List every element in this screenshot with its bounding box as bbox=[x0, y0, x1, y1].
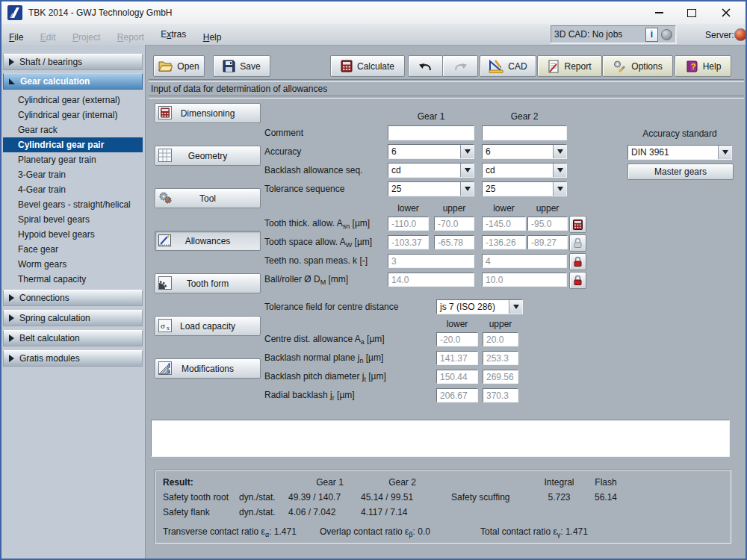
nav-dimensioning-button[interactable]: Dimensioning bbox=[155, 103, 261, 123]
comment-gear1-input[interactable] bbox=[388, 125, 474, 140]
open-folder-icon bbox=[158, 60, 173, 72]
nav-geometry-button[interactable]: Geometry bbox=[155, 146, 261, 166]
chevron-down-icon[interactable] bbox=[718, 146, 731, 159]
cad-button[interactable]: CAD bbox=[480, 55, 536, 77]
backlash-normal-upper-field[interactable] bbox=[483, 351, 518, 365]
tooth-thick-g1-upper-field[interactable] bbox=[434, 217, 474, 231]
safety-tooth-root-label: Safety tooth root bbox=[163, 492, 229, 503]
sidebar-item-gear-rack[interactable]: Gear rack bbox=[3, 122, 143, 137]
sidebar-item-worm-gears[interactable]: Worm gears bbox=[3, 257, 143, 272]
tooth-thick-g1-lower-field[interactable] bbox=[388, 217, 429, 231]
maximize-icon bbox=[687, 9, 696, 17]
tooth-thick-g2-lower-field[interactable] bbox=[482, 217, 526, 231]
gear2-lower-header: lower bbox=[482, 203, 526, 214]
safety-scuffing-integral: 5.723 bbox=[539, 492, 580, 503]
tooth-thick-calculator-button[interactable] bbox=[569, 216, 586, 233]
tolerance-field-label: Tolerance field for centre distance bbox=[264, 302, 398, 312]
chevron-down-icon[interactable] bbox=[460, 145, 474, 158]
options-button[interactable]: Options bbox=[602, 55, 673, 77]
sidebar-item-4-gear-train[interactable]: 4-Gear train bbox=[3, 182, 143, 197]
sidebar-section-connections[interactable]: Connections bbox=[3, 290, 143, 306]
menu-extras[interactable]: Extras bbox=[154, 24, 193, 45]
sidebar-item-bevel-gears[interactable]: Bevel gears - straight/helical bbox=[3, 197, 143, 212]
tooth-space-lock-button[interactable] bbox=[569, 234, 586, 252]
backlash-seq-gear2-dropdown[interactable]: cd bbox=[482, 163, 567, 178]
ball-roller-g2-field[interactable] bbox=[482, 273, 567, 287]
sidebar-item-spiral-bevel-gears[interactable]: Spiral bevel gears bbox=[3, 212, 143, 227]
sidebar-item-cylindrical-gear-internal[interactable]: Cylindrical gear (internal) bbox=[3, 108, 143, 122]
teeth-span-lock-button[interactable] bbox=[569, 253, 586, 270]
nav-allowances-button[interactable]: Allowances bbox=[155, 231, 261, 251]
nav-load-capacity-button[interactable]: σx Load capacity bbox=[155, 316, 261, 336]
teeth-span-label: Teeth no. span meas. k [-] bbox=[264, 255, 368, 267]
chevron-down-icon[interactable] bbox=[553, 182, 566, 196]
radial-backlash-upper-field[interactable] bbox=[483, 388, 518, 402]
teeth-span-g2-field[interactable] bbox=[482, 254, 567, 268]
tooth-space-g1-lower-field[interactable] bbox=[388, 235, 429, 249]
master-gears-button[interactable]: Master gears bbox=[627, 164, 734, 180]
sidebar-item-planetary-gear-train[interactable]: Planetary gear train bbox=[3, 152, 143, 167]
backlash-seq-gear1-dropdown[interactable]: cd bbox=[388, 163, 474, 178]
backlash-normal-label: Backlash normal plane jn [µm] bbox=[264, 352, 383, 364]
tolerance-field-dropdown[interactable]: js 7 (ISO 286) bbox=[436, 299, 523, 314]
cad-status-text: 3D CAD: No jobs bbox=[554, 29, 645, 40]
sidebar-item-cylindrical-gear-external[interactable]: Cylindrical gear (external) bbox=[3, 93, 143, 108]
centre-dist-lower-field[interactable] bbox=[436, 332, 478, 346]
open-button[interactable]: Open bbox=[153, 55, 205, 77]
accuracy-standard-dropdown[interactable]: DIN 3961 bbox=[627, 145, 732, 160]
backlash-normal-lower-field[interactable] bbox=[436, 351, 478, 365]
tolerance-seq-gear1-dropdown[interactable]: 25 bbox=[388, 181, 474, 196]
accuracy-gear1-dropdown[interactable]: 6 bbox=[388, 144, 474, 159]
safety-flank-mode: dyn./stat. bbox=[239, 507, 276, 517]
backlash-pitch-upper-field[interactable] bbox=[483, 370, 518, 384]
save-button[interactable]: Save bbox=[213, 55, 270, 77]
tooth-space-g1-upper-field[interactable] bbox=[434, 235, 474, 249]
info-button[interactable]: i bbox=[645, 28, 658, 42]
redo-button[interactable] bbox=[442, 55, 478, 77]
notes-textarea[interactable] bbox=[151, 420, 730, 457]
report-button[interactable]: Report bbox=[537, 55, 602, 77]
radial-backlash-label: Radial backlash jr [µm] bbox=[264, 390, 355, 402]
sidebar-item-3-gear-train[interactable]: 3-Gear train bbox=[3, 167, 143, 182]
sidebar-section-gratis-modules[interactable]: Gratis modules bbox=[3, 350, 143, 367]
allowances-icon bbox=[158, 234, 172, 247]
calculate-button[interactable]: Calculate bbox=[330, 55, 405, 77]
menu-help[interactable]: Help bbox=[196, 27, 229, 48]
toolbar-separator bbox=[149, 79, 744, 82]
nav-tool-button[interactable]: Tool bbox=[155, 188, 261, 208]
ball-roller-lock-button[interactable] bbox=[569, 272, 586, 289]
tooth-thick-allow-label: Tooth thick. allow. Asn [µm] bbox=[264, 218, 370, 230]
backlash-pitch-lower-field[interactable] bbox=[436, 370, 478, 384]
comment-gear2-input[interactable] bbox=[482, 125, 567, 140]
sidebar-section-gear-calculation[interactable]: Gear calculation bbox=[3, 73, 143, 90]
sidebar-section-spring-calculation[interactable]: Spring calculation bbox=[3, 310, 143, 326]
maximize-button[interactable] bbox=[678, 4, 705, 22]
minimize-button[interactable] bbox=[645, 4, 672, 22]
teeth-span-g1-field[interactable] bbox=[388, 254, 474, 268]
chevron-down-icon[interactable] bbox=[460, 182, 474, 196]
sidebar-item-thermal-capacity[interactable]: Thermal capacity bbox=[3, 272, 143, 287]
chevron-down-icon[interactable] bbox=[553, 145, 566, 158]
chevron-down-icon[interactable] bbox=[460, 164, 474, 177]
accuracy-gear2-dropdown[interactable]: 6 bbox=[482, 144, 567, 159]
tooth-space-g2-upper-field[interactable] bbox=[527, 235, 568, 249]
centre-dist-upper-field[interactable] bbox=[483, 332, 518, 346]
tooth-space-g2-lower-field[interactable] bbox=[482, 235, 526, 249]
undo-button[interactable] bbox=[408, 55, 443, 77]
ball-roller-g1-field[interactable] bbox=[388, 273, 474, 287]
chevron-down-icon[interactable] bbox=[553, 164, 566, 177]
tolerance-seq-gear2-dropdown[interactable]: 25 bbox=[482, 181, 567, 196]
nav-modifications-button[interactable]: Modifications bbox=[155, 358, 261, 379]
sidebar-item-face-gear[interactable]: Face gear bbox=[3, 242, 143, 257]
sidebar-item-hypoid-bevel-gears[interactable]: Hypoid bevel gears bbox=[3, 227, 143, 242]
tooth-thick-g2-upper-field[interactable] bbox=[527, 217, 568, 231]
radial-backlash-lower-field[interactable] bbox=[436, 388, 478, 402]
sidebar-section-shaft-bearings[interactable]: Shaft / bearings bbox=[3, 54, 143, 70]
sidebar-item-cylindrical-gear-pair[interactable]: Cylindrical gear pair bbox=[3, 137, 143, 152]
chevron-down-icon[interactable] bbox=[509, 300, 522, 314]
help-button[interactable]: ? Help bbox=[675, 55, 731, 77]
close-button[interactable] bbox=[713, 4, 740, 22]
safety-tooth-root-gear1: 49.39 / 140.7 bbox=[288, 492, 341, 503]
nav-tooth-form-button[interactable]: Tooth form bbox=[155, 273, 261, 293]
sidebar-section-belt-calculation[interactable]: Belt calculation bbox=[3, 330, 143, 346]
